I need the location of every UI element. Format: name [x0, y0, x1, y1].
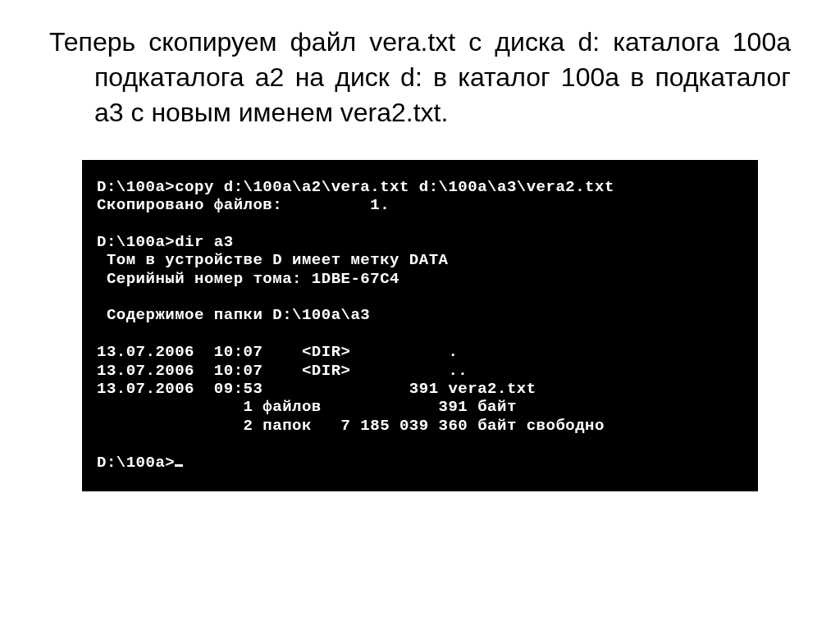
dir-row: 13.07.2006 10:07 <DIR> .	[97, 343, 458, 361]
terminal-content: D:\100a>copy d:\100a\a2\vera.txt d:\100a…	[97, 178, 743, 472]
command: copy d:\100a\a2\vera.txt d:\100a\a3\vera…	[175, 178, 614, 196]
dir-summary: 1 файлов 391 байт	[97, 398, 517, 416]
prompt: D:\100a>	[97, 233, 175, 251]
command: dir a3	[175, 233, 233, 251]
description-text: Теперь скопируем файл vera.txt с диска d…	[49, 25, 791, 131]
description-span: Теперь скопируем файл vera.txt с диска d…	[49, 25, 791, 131]
output-line: Том в устройстве D имеет метку DATA	[97, 251, 448, 269]
prompt: D:\100a>	[97, 454, 175, 472]
dir-row: 13.07.2006 09:53 391 vera2.txt	[97, 380, 536, 398]
output-line: Содержимое папки D:\100a\a3	[97, 306, 370, 324]
dir-row: 13.07.2006 10:07 <DIR> ..	[97, 362, 468, 380]
prompt: D:\100a>	[97, 178, 175, 196]
output-line: Серийный номер тома: 1DBE-67C4	[97, 270, 399, 288]
dir-summary: 2 папок 7 185 039 360 байт свободно	[97, 417, 605, 435]
slide: Теперь скопируем файл vera.txt с диска d…	[0, 0, 840, 630]
terminal-window: D:\100a>copy d:\100a\a2\vera.txt d:\100a…	[82, 160, 758, 492]
output-line: Скопировано файлов: 1.	[97, 196, 390, 214]
cursor-icon	[175, 464, 183, 467]
